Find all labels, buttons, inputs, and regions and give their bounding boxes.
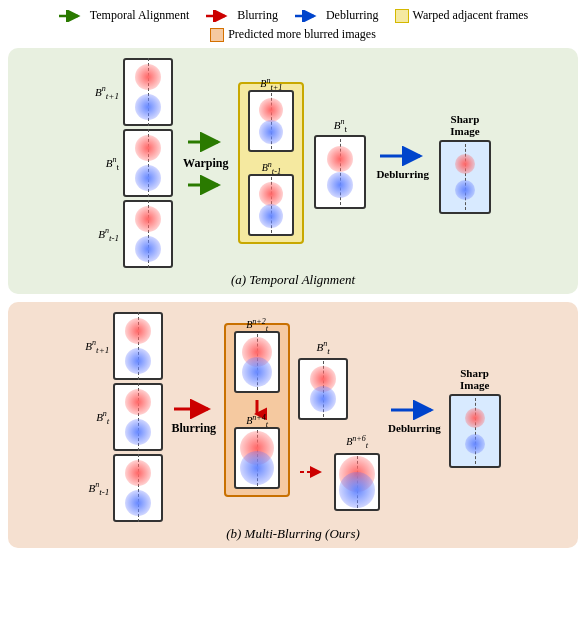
b-input-tm1: Bnt-1 (89, 454, 164, 522)
b-input-frame-tm1 (113, 454, 163, 522)
input-frame-tm1 (123, 200, 173, 268)
legend-temporal-label: Temporal Alignment (90, 8, 189, 23)
blue-arrow-a-icon (378, 146, 428, 166)
sharp-frame-a (439, 140, 491, 214)
warping-section: Warping (183, 132, 228, 195)
blob-tm1 (125, 200, 171, 268)
n6-row: Bn+6t (298, 434, 380, 510)
b-input-label-t1: Bnt+1 (85, 338, 109, 355)
blob-t (125, 129, 171, 197)
warped-blob-tm1 (251, 177, 291, 233)
sharp-blob-b (453, 398, 497, 464)
panel-a: Bnt+1 Bnt (8, 48, 578, 294)
predicted-layout: Bn+2t (224, 323, 380, 510)
sharp-label-b: SharpImage (460, 367, 489, 391)
panel-b-inputs: Bnt+1 Bnt (85, 312, 163, 522)
b-blob-t (115, 383, 161, 451)
red-dashed-arrow-icon (298, 464, 328, 480)
legend-predicted: Predicted more blurred images (210, 27, 376, 42)
right-frames: Bnt (298, 323, 380, 510)
red-arrow-icon (172, 399, 216, 419)
red-arrow-icon (205, 10, 233, 22)
legend-blurring-label: Blurring (237, 8, 278, 23)
predicted-group: Bn+2t (224, 323, 290, 497)
center-frame (314, 135, 366, 209)
blue-arrow-icon (294, 10, 322, 22)
input-frame-t (123, 129, 173, 197)
sharp-blob-a (443, 144, 487, 210)
legend: Temporal Alignment Blurring Deblurring W… (8, 8, 578, 42)
b-input-frame-t1 (113, 312, 163, 380)
b-input-frame-t (113, 383, 163, 451)
deblurring-a-label: Deblurring (376, 168, 429, 180)
panel-a-caption: (a) Temporal Alignment (20, 272, 566, 288)
legend-warped-label: Warped adjacent frames (413, 8, 529, 23)
warped-blob-t1 (251, 93, 291, 149)
b-input-label-t: Bnt (96, 409, 109, 426)
b-n6-blob (337, 456, 377, 508)
panel-b-content: Bnt+1 Bnt (20, 312, 566, 522)
blurring-section: Blurring (171, 399, 216, 436)
sharp-frame-b (449, 394, 501, 468)
green-arrow-up-icon (186, 132, 226, 152)
b-center-blob (301, 361, 345, 417)
blob-t1 (125, 58, 171, 126)
input-label-t: Bnt (106, 155, 119, 172)
panel-b-caption: (b) Multi-Blurring (Ours) (20, 526, 566, 542)
legend-predicted-label: Predicted more blurred images (228, 27, 376, 42)
blue-arrow-b-icon (389, 400, 439, 420)
sharp-image-b: SharpImage (449, 367, 501, 468)
b-n6-section: Bn+6t (334, 434, 380, 510)
pred-blob-n2 (237, 334, 277, 390)
b-n6-frame (334, 453, 380, 511)
deblurring-b-label: Deblurring (388, 422, 441, 434)
deblurring-a-section: Deblurring (376, 146, 429, 180)
center-frame-section: Bnt (314, 117, 366, 210)
b-center-section: Bnt (298, 339, 348, 420)
legend-warped: Warped adjacent frames (395, 8, 529, 23)
input-frame-t1 (123, 58, 173, 126)
pred-frame-n4-container: Bn+4t (234, 427, 280, 489)
warped-frame-t1-container: Bnt+1 (248, 90, 294, 152)
green-arrow-down-icon (186, 175, 226, 195)
warped-frame-tm1-container: Bnt-1 (248, 174, 294, 236)
legend-blurring: Blurring (205, 8, 278, 23)
b-input-t: Bnt (96, 383, 163, 451)
pred-frame-n2 (234, 331, 280, 393)
legend-temporal: Temporal Alignment (58, 8, 189, 23)
green-arrow-icon (58, 10, 86, 22)
b-center-frame (298, 358, 348, 420)
center-label: Bnt (334, 117, 347, 134)
sharp-label-a: SharpImage (450, 113, 479, 137)
legend-deblurring-label: Deblurring (326, 8, 379, 23)
predicted-box-icon (210, 28, 224, 42)
panel-b: Bnt+1 Bnt (8, 302, 578, 548)
sharp-image-a: SharpImage (439, 113, 491, 214)
warped-box-icon (395, 9, 409, 23)
b-center-label: Bnt (316, 339, 329, 356)
input-label-t1: Bnt+1 (95, 84, 119, 101)
warped-frame-tm1 (248, 174, 294, 236)
b-input-label-tm1: Bnt-1 (89, 480, 110, 497)
b-blob-tm1 (115, 454, 161, 522)
warped-frame-t1 (248, 90, 294, 152)
deblurring-b-section: Deblurring (388, 400, 441, 434)
input-label-tm1: Bnt-1 (98, 226, 119, 243)
pred-frame-n2-container: Bn+2t (234, 331, 280, 393)
center-blob (318, 139, 362, 205)
predicted-top-row: Bn+2t (224, 323, 380, 510)
blurring-label: Blurring (171, 421, 216, 436)
pred-frame-n4 (234, 427, 280, 489)
b-input-t1: Bnt+1 (85, 312, 163, 380)
b-blob-t1 (115, 312, 161, 380)
warped-group: Bnt+1 Bnt-1 (238, 82, 304, 244)
legend-deblurring: Deblurring (294, 8, 379, 23)
pred-blob-n4 (237, 430, 277, 486)
b-n6-label: Bn+6t (346, 434, 368, 450)
diagrams: Bnt+1 Bnt (8, 48, 578, 548)
panel-a-content: Bnt+1 Bnt (20, 58, 566, 268)
warping-label: Warping (183, 156, 228, 171)
